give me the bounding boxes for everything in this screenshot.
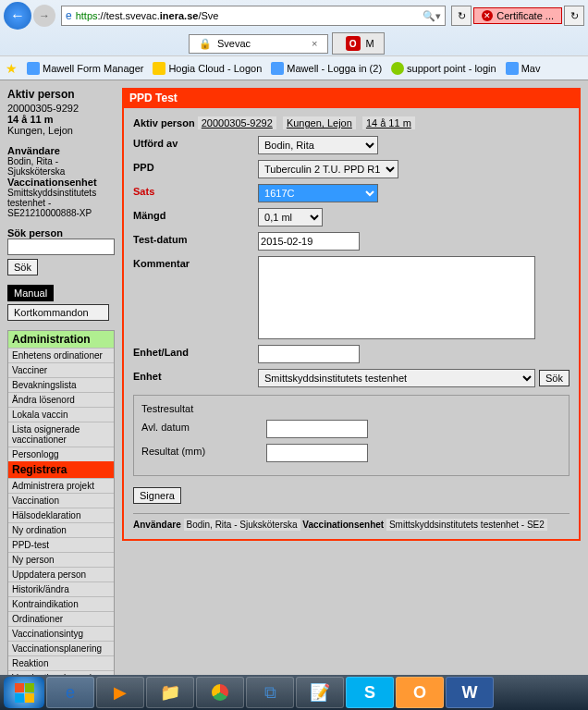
utford-av-select[interactable]: Bodin, Rita [258, 136, 378, 154]
enhet-land-label: Enhet/Land [133, 345, 258, 358]
nav-item[interactable]: Administrera projekt [8, 478, 114, 493]
close-tab-icon[interactable]: × [312, 38, 317, 49]
taskbar-skype[interactable]: S [346, 677, 394, 708]
tab-svevac[interactable]: 🔒 Svevac × [189, 34, 328, 54]
search-dropdown-icon[interactable]: 🔍▾ [423, 10, 441, 22]
nav-item[interactable]: Historik/ändra [8, 581, 114, 596]
signera-button[interactable]: Signera [133, 487, 181, 504]
footer-info: Användare Bodin, Rita - Sjuksköterska Va… [133, 513, 570, 530]
nav-item[interactable]: Vacciner [8, 362, 114, 377]
start-button[interactable] [4, 677, 44, 708]
aktiv-person-label: Aktiv person [7, 88, 115, 101]
aktiv-id-link[interactable]: 20000305-9292 [198, 116, 276, 129]
main-panel: PPD Test Aktiv person 20000305-9292 Kung… [122, 88, 581, 701]
search-person-label: Sök person [7, 227, 115, 239]
nav-item[interactable]: Enhetens ordinationer [8, 348, 114, 362]
enhet-select[interactable]: Smittskyddsinstitutets testenhet [258, 369, 535, 387]
testresultat-panel: Testresultat Avl. datum Resultat (mm) [133, 395, 570, 476]
stop-button[interactable]: ↻ [564, 6, 584, 26]
enhet-sok-button[interactable]: Sök [539, 370, 570, 386]
nav-item[interactable]: PPD-test [8, 537, 114, 552]
ie-favicon [506, 62, 519, 75]
enhet-land-input[interactable] [258, 345, 360, 363]
nav-item[interactable]: Uppdatera person [8, 567, 114, 581]
search-person-input[interactable] [7, 239, 115, 255]
nav-item[interactable]: Lokala vaccin [8, 407, 114, 422]
nav-item[interactable]: Ny ordination [8, 522, 114, 537]
windows-logo-icon [15, 683, 34, 703]
taskbar-mediaplayer[interactable]: ▶ [96, 677, 144, 708]
ie-favicon [27, 62, 40, 75]
nav-item[interactable]: Ny person [8, 552, 114, 567]
nav-bar: ← → e https://test.svevac.inera.se/Sve 🔍… [0, 0, 588, 31]
favorites-bar: ★ Mawell Form Manager Hogia Cloud - Logo… [0, 55, 588, 80]
nav-item[interactable]: Vaccination [8, 493, 114, 508]
forward-button[interactable]: → [33, 5, 55, 27]
nav-item[interactable]: Personlogg [8, 447, 114, 461]
nav-item[interactable]: Ordinationer [8, 611, 114, 626]
certificate-error[interactable]: ✕ Certificate ... [473, 7, 562, 24]
tab-other[interactable]: O M [332, 32, 385, 55]
nav-item[interactable]: Vaccinationsplanering [8, 641, 114, 655]
vacc-unit-value: Smittskyddsinstitutets testenhet - SE212… [7, 188, 115, 218]
kommentar-label: Kommentar [133, 256, 258, 269]
nav-item[interactable]: Lista osignerade vaccinationer [8, 422, 114, 447]
test-datum-input[interactable] [258, 232, 360, 251]
url-https: https [76, 10, 98, 21]
nav-item[interactable]: Bevakningslista [8, 377, 114, 392]
aktiv-age-link[interactable]: 14 å 11 m [362, 116, 415, 129]
tab-bar: 🔒 Svevac × O M [0, 31, 588, 55]
taskbar-explorer[interactable]: 📁 [146, 677, 194, 708]
browser-chrome: ← → e https://test.svevac.inera.se/Sve 🔍… [0, 0, 588, 80]
ppd-select[interactable]: Tuberculin 2 T.U. PPD R1 [258, 160, 398, 178]
fav-item[interactable]: Mawell - Logga in (2) [271, 62, 382, 75]
taskbar-word[interactable]: W [446, 677, 494, 708]
avl-datum-input[interactable] [266, 420, 368, 438]
manual-button[interactable]: Manual [7, 285, 54, 301]
favorites-star-icon[interactable]: ★ [6, 61, 18, 76]
search-button[interactable]: Sök [7, 259, 38, 275]
chrome-icon [212, 684, 228, 701]
panel-body: Aktiv person 20000305-9292 Kungen, Lejon… [122, 108, 581, 541]
fav-item[interactable]: Hogia Cloud - Logon [153, 62, 262, 75]
green-favicon [391, 62, 404, 75]
fav-item[interactable]: Mav [506, 62, 541, 75]
nav-item[interactable]: Ändra lösenord [8, 392, 114, 407]
nav-item[interactable]: Hälsodeklaration [8, 508, 114, 522]
testresultat-title: Testresultat [141, 403, 561, 414]
admin-header: Administration [8, 331, 114, 348]
taskbar-ie[interactable]: e [46, 677, 94, 708]
resultat-input[interactable] [266, 444, 368, 462]
resultat-label: Resultat (mm) [141, 444, 266, 457]
fav-item[interactable]: Mawell Form Manager [27, 62, 143, 75]
user-value: Bodin, Rita - Sjuksköterska [7, 156, 115, 177]
fav-item[interactable]: support point - login [391, 62, 496, 75]
reg-header: Registrera [8, 461, 114, 478]
hogia-favicon [153, 62, 165, 75]
avl-datum-label: Avl. datum [141, 420, 266, 433]
utford-av-label: Utförd av [133, 136, 258, 149]
kommentar-textarea[interactable] [258, 256, 535, 339]
aktiv-name-link[interactable]: Kungen, Lejon [283, 116, 356, 129]
nav-item[interactable]: Kontraindikation [8, 596, 114, 611]
refresh-button[interactable]: ↻ [451, 6, 472, 26]
kortkommandon-button[interactable]: Kortkommandon [7, 304, 109, 321]
address-bar[interactable]: e https://test.svevac.inera.se/Sve 🔍▾ [61, 6, 446, 26]
back-button[interactable]: ← [4, 2, 31, 30]
test-datum-label: Test-datum [133, 232, 258, 245]
error-icon: ✕ [482, 10, 493, 21]
taskbar-notes[interactable]: 📝 [296, 677, 344, 708]
taskbar-app1[interactable]: ⧉ [246, 677, 294, 708]
taskbar-chrome[interactable] [196, 677, 244, 708]
nav-administration: Administration Enhetens ordinationer Vac… [7, 330, 115, 701]
sats-select[interactable]: 1617C [258, 184, 378, 202]
nav-item[interactable]: Vaccinationsintyg [8, 626, 114, 641]
taskbar-outlook[interactable]: O [396, 677, 444, 708]
enhet-label: Enhet [133, 369, 258, 382]
nav-item[interactable]: Reaktion [8, 655, 114, 670]
ie-icon: e [66, 9, 72, 22]
panel-title: PPD Test [122, 88, 581, 108]
mangd-label: Mängd [133, 208, 258, 221]
mangd-select[interactable]: 0,1 ml [258, 208, 323, 226]
opera-icon: O [346, 36, 361, 51]
